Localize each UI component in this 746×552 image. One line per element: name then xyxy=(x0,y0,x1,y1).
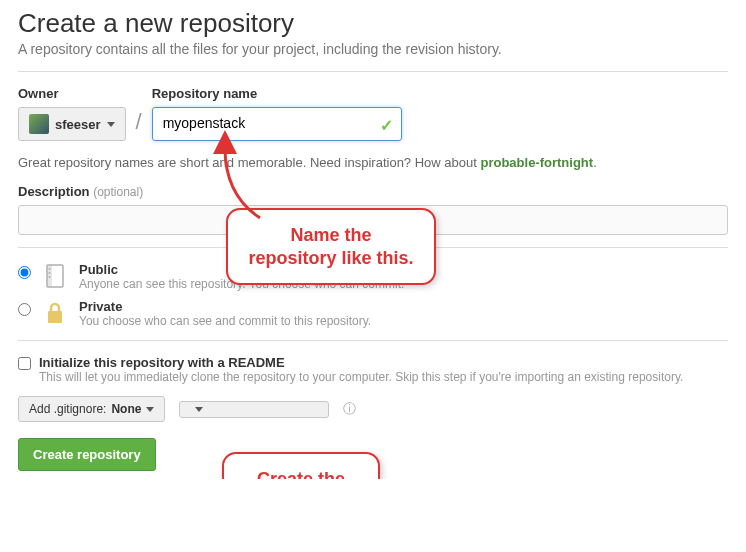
lock-icon xyxy=(41,299,69,327)
private-sub: You choose who can see and commit to thi… xyxy=(79,314,371,328)
caret-down-icon xyxy=(107,122,115,127)
page-subtitle: A repository contains all the files for … xyxy=(18,41,728,57)
caret-down-icon xyxy=(146,407,154,412)
init-readme-row: Initialize this repository with a README… xyxy=(18,355,728,384)
owner-name: sfeeser xyxy=(55,117,101,132)
divider xyxy=(18,340,728,341)
visibility-private-row: Private You choose who can see and commi… xyxy=(18,299,728,328)
license-dropdown[interactable] xyxy=(179,401,329,418)
svg-point-4 xyxy=(49,276,51,278)
init-title: Initialize this repository with a README xyxy=(39,355,683,370)
public-radio[interactable] xyxy=(18,266,31,279)
private-title: Private xyxy=(79,299,371,314)
repo-name-label: Repository name xyxy=(152,86,402,101)
repo-public-icon xyxy=(41,262,69,290)
caret-down-icon xyxy=(195,407,203,412)
slash-separator: / xyxy=(136,109,142,141)
suggested-name-link[interactable]: probable-fortnight xyxy=(480,155,593,170)
info-icon: ⓘ xyxy=(343,400,356,418)
owner-dropdown[interactable]: sfeeser xyxy=(18,107,126,141)
gitignore-dropdown[interactable]: Add .gitignore: None xyxy=(18,396,165,422)
owner-label: Owner xyxy=(18,86,126,101)
check-icon: ✓ xyxy=(380,116,393,135)
repo-name-input[interactable] xyxy=(163,115,371,131)
callout-create-repo: Create the repository xyxy=(222,452,380,479)
repo-name-field-wrap: ✓ xyxy=(152,107,402,141)
repo-name-hint: Great repository names are short and mem… xyxy=(18,155,728,170)
svg-rect-5 xyxy=(48,311,62,323)
private-radio[interactable] xyxy=(18,303,31,316)
divider xyxy=(18,71,728,72)
owner-repo-row: Owner sfeeser / Repository name ✓ xyxy=(18,86,728,141)
init-readme-checkbox[interactable] xyxy=(18,357,31,370)
dropdowns-row: Add .gitignore: None ⓘ xyxy=(18,396,728,422)
svg-point-3 xyxy=(49,272,51,274)
arrow-icon xyxy=(205,140,285,220)
description-label: Description (optional) xyxy=(18,184,728,199)
page-title: Create a new repository xyxy=(18,8,728,39)
gitignore-value: None xyxy=(111,402,141,416)
optional-label: (optional) xyxy=(93,185,143,199)
avatar xyxy=(29,114,49,134)
gitignore-prefix: Add .gitignore: xyxy=(29,402,106,416)
init-sub: This will let you immediately clone the … xyxy=(39,370,683,384)
svg-point-2 xyxy=(49,268,51,270)
create-repository-button[interactable]: Create repository xyxy=(18,438,156,471)
